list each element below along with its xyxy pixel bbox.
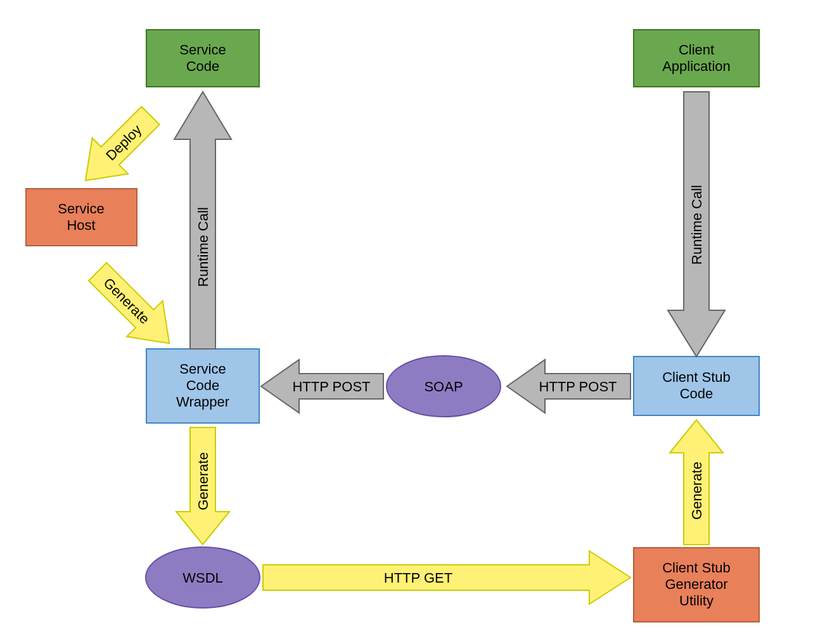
arrow-generate-1: Generate Generate xyxy=(80,254,188,362)
arrow-http-get: HTTP GET xyxy=(263,551,631,604)
service-host-label-2: Host xyxy=(67,217,95,233)
node-soap: SOAP xyxy=(387,356,501,417)
runtime-left-label: Runtime Call xyxy=(195,207,211,287)
client-app-label-2: Application xyxy=(662,58,731,74)
node-wsdl: WSDL xyxy=(146,547,260,608)
service-code-label-1: Service xyxy=(179,42,226,58)
node-service-code-wrapper: Service Code Wrapper xyxy=(146,349,259,423)
node-service-host: Service Host xyxy=(26,189,137,246)
generate3-label: Generate xyxy=(689,462,705,520)
wrapper-label-1: Service xyxy=(179,361,226,377)
generate2-label: Generate xyxy=(195,452,211,510)
http-get-label: HTTP GET xyxy=(384,570,452,586)
wrapper-label-2: Code xyxy=(186,377,220,393)
stubgen-label-2: Generator xyxy=(665,576,727,592)
runtime-right-label: Runtime Call xyxy=(689,185,705,265)
node-service-code: Service Code xyxy=(146,30,259,87)
stubgen-label-3: Utility xyxy=(679,593,714,609)
soap-label: SOAP xyxy=(424,379,463,395)
service-code-label-2: Code xyxy=(186,58,220,74)
arrow-runtime-call-left: Runtime Call xyxy=(174,92,231,349)
client-stub-label-1: Client Stub xyxy=(662,369,731,385)
node-client-stub-code: Client Stub Code xyxy=(634,357,759,415)
node-client-application: Client Application xyxy=(634,30,759,87)
http-post-r-label: HTTP POST xyxy=(539,379,617,395)
arrow-generate-2: Generate xyxy=(176,427,229,545)
wsdl-label: WSDL xyxy=(182,570,223,586)
arrow-runtime-call-right: Runtime Call xyxy=(668,92,725,357)
stubgen-label-1: Client Stub xyxy=(662,560,731,576)
client-app-label-1: Client xyxy=(679,42,714,58)
http-post-l-label: HTTP POST xyxy=(292,379,370,395)
service-host-label-1: Service xyxy=(58,201,104,217)
arrow-deploy: Deploy xyxy=(68,98,169,198)
arrow-http-post-left: HTTP POST xyxy=(261,360,383,413)
client-stub-label-2: Code xyxy=(680,386,714,401)
arrow-http-post-right: HTTP POST xyxy=(507,360,631,413)
node-client-stub-generator: Client Stub Generator Utility xyxy=(634,548,759,622)
wrapper-label-3: Wrapper xyxy=(176,394,229,410)
arrow-generate-3: Generate xyxy=(670,420,723,545)
